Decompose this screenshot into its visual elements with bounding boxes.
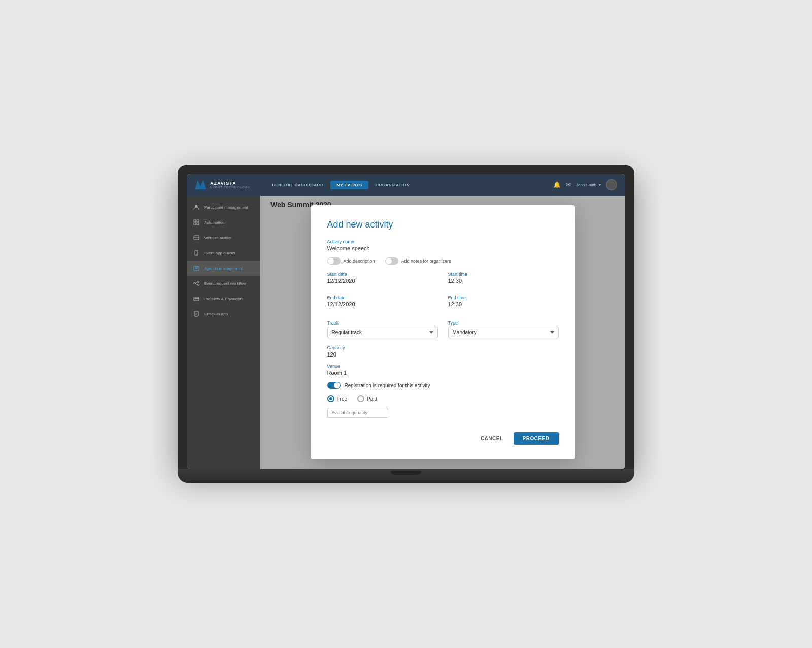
nav-my-events[interactable]: MY EVENTS [330, 181, 368, 189]
workflow-icon [193, 280, 200, 287]
track-field: Track Regular track [327, 320, 438, 338]
capacity-value: 120 [327, 351, 559, 358]
modal-title: Add new activity [327, 219, 559, 230]
add-notes-toggle-item: Add notes for organizers [385, 257, 451, 265]
add-description-toggle-item: Add description [327, 257, 375, 265]
svg-marker-0 [195, 180, 206, 189]
sidebar-label-checkin: Check-in app [204, 312, 228, 316]
sidebar-label-app-builder: Event app builder [204, 251, 235, 255]
svg-line-18 [195, 282, 198, 283]
registration-label: Registration is required for this activi… [345, 383, 430, 388]
activity-name-label: Activity name [327, 239, 559, 244]
svg-rect-6 [194, 236, 199, 240]
sidebar-item-automation[interactable]: Automation [187, 215, 260, 230]
pricing-radio-row: Free Paid [327, 395, 559, 402]
proceed-button[interactable]: PROCEED [514, 432, 559, 445]
svg-point-17 [198, 284, 199, 286]
app-container: AZAVISTA EVENT TECHNOLOGY GENERAL DASHBO… [187, 174, 625, 469]
paid-radio-button[interactable] [357, 395, 364, 402]
modal-footer: CANCEL PROCEED [327, 426, 559, 445]
add-description-toggle[interactable] [327, 257, 341, 265]
capacity-label: Capacity [327, 345, 559, 350]
nav-general-dashboard[interactable]: GENERAL DASHBOARD [265, 181, 329, 189]
chevron-down-icon[interactable]: ▾ [599, 183, 601, 187]
free-label: Free [337, 396, 348, 402]
modal-overlay: Add new activity Activity name Welcome s… [260, 196, 625, 469]
activity-name-section: Activity name Welcome speech [327, 239, 559, 251]
user-info: John Smith ▾ [576, 183, 601, 187]
type-select[interactable]: Mandatory [448, 327, 559, 338]
svg-rect-3 [197, 220, 199, 222]
logo-area: AZAVISTA EVENT TECHNOLOGY [195, 180, 250, 189]
cancel-button[interactable]: CANCEL [476, 432, 509, 445]
content-area: Web Summit 2020 Add new activity Activit… [260, 196, 625, 469]
nav-right: 🔔 ✉ John Smith ▾ [553, 179, 617, 190]
laptop-notch [391, 471, 421, 475]
venue-value: Room 1 [327, 370, 559, 376]
start-time-value: 12:30 [448, 278, 559, 284]
mail-icon[interactable]: ✉ [566, 181, 571, 188]
sidebar-item-event-app-builder[interactable]: Event app builder [187, 245, 260, 261]
logo-name: AZAVISTA [210, 181, 250, 186]
sidebar-label-agenda: Agenda management [204, 266, 243, 271]
activity-name-value: Welcome speech [327, 245, 559, 251]
modal-add-activity: Add new activity Activity name Welcome s… [311, 205, 575, 459]
add-description-label: Add description [344, 258, 375, 264]
toggle-row: Add description Add notes for organizers [327, 257, 559, 265]
capacity-venue-section: Capacity 120 Venue Room 1 [327, 345, 559, 376]
laptop-base [178, 469, 634, 483]
sidebar-label-workflow: Event request workflow [204, 281, 246, 286]
type-field: Type Mandatory [448, 320, 559, 338]
free-radio-button[interactable] [327, 395, 334, 402]
nav-links: GENERAL DASHBOARD MY EVENTS ORGANIZATION [265, 181, 553, 189]
sidebar-item-agenda-management[interactable]: Agenda management [187, 261, 260, 276]
type-label: Type [448, 320, 559, 326]
start-time-label: Start time [448, 272, 559, 277]
end-date-value: 12/12/2020 [327, 301, 438, 307]
sidebar: Participant management Automation [187, 196, 260, 469]
start-time-field: Start time 12:30 [448, 272, 559, 290]
paid-label: Paid [367, 396, 377, 402]
svg-rect-4 [194, 223, 196, 225]
azavista-logo-icon [195, 180, 206, 189]
sidebar-item-participant-management[interactable]: Participant management [187, 200, 260, 215]
registration-toggle[interactable] [327, 382, 341, 389]
user-name: John Smith [576, 183, 596, 187]
sidebar-item-checkin-app[interactable]: Check-in app [187, 306, 260, 321]
website-icon [193, 234, 200, 241]
track-type-row: Track Regular track Type Mandatory [327, 320, 559, 338]
user-icon [193, 204, 200, 211]
user-avatar[interactable] [606, 179, 617, 190]
checkin-icon [193, 310, 200, 317]
sidebar-label-automation: Automation [204, 220, 224, 225]
paid-radio-item: Paid [357, 395, 377, 402]
agenda-icon [193, 265, 200, 272]
bell-icon[interactable]: 🔔 [553, 181, 561, 188]
end-time-field: End time 12:30 [448, 295, 559, 313]
end-date-field: End date 12/12/2020 [327, 295, 438, 313]
svg-point-16 [198, 281, 199, 283]
start-date-field: Start date 12/12/2020 [327, 272, 438, 290]
screen-bezel: AZAVISTA EVENT TECHNOLOGY GENERAL DASHBO… [178, 165, 634, 469]
track-label: Track [327, 320, 438, 326]
main-layout: Participant management Automation [187, 196, 625, 469]
laptop-shell: AZAVISTA EVENT TECHNOLOGY GENERAL DASHBO… [178, 165, 634, 483]
svg-line-19 [195, 283, 198, 285]
sidebar-label-participant: Participant management [204, 205, 248, 210]
start-date-label: Start date [327, 272, 438, 277]
laptop-screen: AZAVISTA EVENT TECHNOLOGY GENERAL DASHBO… [187, 174, 625, 469]
add-notes-toggle[interactable] [385, 257, 398, 265]
sidebar-item-website-builder[interactable]: Website builder [187, 230, 260, 245]
track-select[interactable]: Regular track [327, 327, 438, 338]
date-time-grid: Start date 12/12/2020 Start time 12:30 E… [327, 272, 559, 313]
venue-label: Venue [327, 364, 559, 369]
app-icon [193, 249, 200, 256]
svg-rect-22 [194, 311, 198, 316]
sidebar-item-event-request-workflow[interactable]: Event request workflow [187, 276, 260, 291]
sidebar-label-payments: Products & Payments [204, 297, 243, 301]
nav-organization[interactable]: ORGANIZATION [369, 181, 416, 189]
sidebar-item-products-payments[interactable]: Products & Payments [187, 291, 260, 306]
logo-subtext: EVENT TECHNOLOGY [210, 186, 250, 189]
end-date-label: End date [327, 295, 438, 300]
available-quantity-input[interactable] [327, 408, 388, 418]
